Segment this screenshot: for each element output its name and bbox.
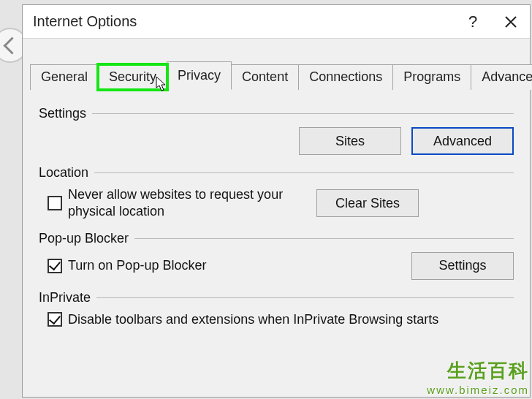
settings-button-row: Sites Advanced <box>39 127 514 155</box>
tab-advanced[interactable]: Advanced <box>471 64 532 90</box>
advanced-button[interactable]: Advanced <box>411 127 514 155</box>
popup-checkbox[interactable] <box>48 259 62 273</box>
sites-button[interactable]: Sites <box>299 127 401 155</box>
tab-privacy[interactable]: Privacy <box>167 61 232 90</box>
titlebar: Internet Options ? <box>23 5 530 39</box>
clear-sites-button[interactable]: Clear Sites <box>316 189 419 217</box>
internet-options-dialog: Internet Options ? General Security Priv… <box>22 4 531 398</box>
close-icon[interactable] <box>492 5 530 39</box>
popup-settings-button[interactable]: Settings <box>411 252 514 280</box>
popup-toggle-label: Turn on Pop-up Blocker <box>68 257 411 274</box>
popup-group-header: Pop-up Blocker <box>39 231 514 246</box>
tab-general[interactable]: General <box>30 64 99 90</box>
tab-connections[interactable]: Connections <box>298 64 393 90</box>
popup-label: Pop-up Blocker <box>39 231 134 246</box>
inprivate-checkbox[interactable] <box>48 312 62 327</box>
never-allow-label: Never allow websites to request your phy… <box>68 186 316 221</box>
location-group-header: Location <box>39 165 514 180</box>
divider <box>134 238 514 239</box>
inprivate-group-header: InPrivate <box>39 290 514 305</box>
inprivate-label: InPrivate <box>39 290 96 305</box>
location-label: Location <box>39 165 94 180</box>
settings-label: Settings <box>39 106 92 121</box>
settings-group-header: Settings <box>39 106 514 121</box>
tab-content[interactable]: Content <box>231 64 299 90</box>
divider <box>96 297 514 298</box>
tab-programs[interactable]: Programs <box>392 64 471 90</box>
divider <box>94 172 514 173</box>
dialog-title: Internet Options <box>33 13 454 30</box>
inprivate-toggle-label: Disable toolbars and extensions when InP… <box>68 311 514 328</box>
popup-toggle-row: Turn on Pop-up Blocker Settings <box>39 252 514 280</box>
location-never-allow-row: Never allow websites to request your phy… <box>39 186 514 221</box>
tab-strip: General Security Privacy Content Connect… <box>30 61 522 90</box>
help-icon[interactable]: ? <box>454 5 492 39</box>
tab-content-area: Settings Sites Advanced Location Never a… <box>23 90 530 328</box>
never-allow-checkbox[interactable] <box>48 196 62 210</box>
inprivate-row: Disable toolbars and extensions when InP… <box>39 311 514 328</box>
divider <box>92 113 514 114</box>
tab-security[interactable]: Security <box>98 64 167 90</box>
